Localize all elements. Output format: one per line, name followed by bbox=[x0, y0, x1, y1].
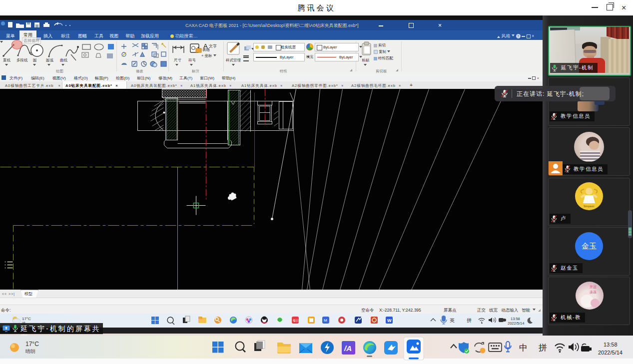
svg-text:Simpson: Simpson bbox=[584, 205, 594, 208]
svg-text:拼: 拼 bbox=[539, 343, 547, 353]
svg-text:17°C: 17°C bbox=[25, 341, 39, 348]
svg-text:晴朗: 晴朗 bbox=[25, 349, 35, 354]
svg-text:2022/5/14: 2022/5/14 bbox=[508, 321, 524, 326]
svg-text:M: M bbox=[324, 318, 327, 323]
svg-text:13:58: 13:58 bbox=[604, 342, 618, 348]
svg-text:每日: 每日 bbox=[293, 319, 299, 323]
svg-text:2022/5/14: 2022/5/14 bbox=[598, 350, 623, 356]
svg-text:拼: 拼 bbox=[467, 318, 472, 323]
svg-text:W: W bbox=[387, 318, 392, 323]
svg-text:13:58: 13:58 bbox=[511, 317, 520, 321]
svg-text:/A: /A bbox=[344, 344, 352, 353]
svg-text:文字: 文字 bbox=[209, 44, 217, 48]
svg-text:17°C: 17°C bbox=[22, 317, 31, 321]
svg-text:英: 英 bbox=[450, 318, 455, 323]
svg-text:中: 中 bbox=[519, 343, 528, 353]
